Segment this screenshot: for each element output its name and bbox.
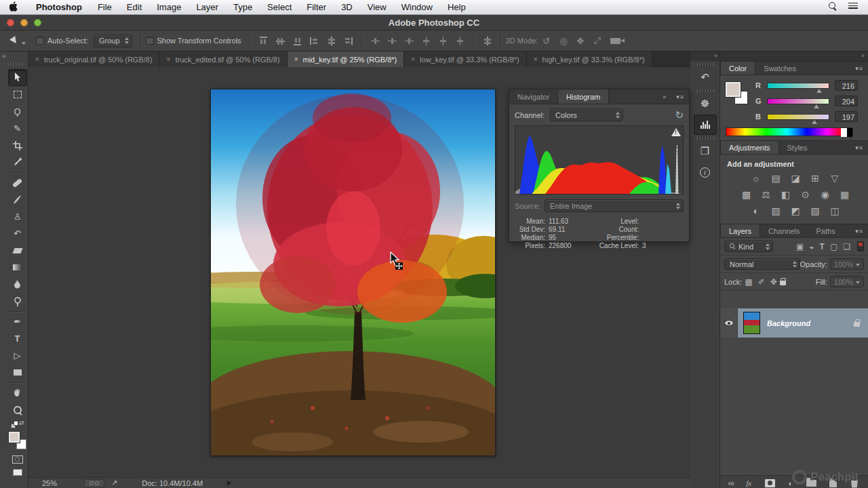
gradient-map-icon[interactable]: ▧ <box>808 205 822 216</box>
navigator-panel-icon[interactable]: ☸ <box>694 94 717 114</box>
layer-row-background[interactable]: Background <box>720 308 868 338</box>
brightness-contrast-icon[interactable]: ☼ <box>749 172 763 184</box>
refresh-histogram-icon[interactable]: ↻ <box>675 109 684 121</box>
foreground-color-swatch[interactable] <box>9 432 20 443</box>
source-dropdown[interactable]: Entire Image <box>545 199 684 212</box>
link-layers-icon[interactable]: ∞ <box>728 479 733 488</box>
align-top-edges-icon[interactable] <box>259 37 268 45</box>
tab-paths[interactable]: Paths <box>808 224 844 237</box>
menu-image[interactable]: Image <box>149 2 189 12</box>
filter-type-layers-icon[interactable]: T <box>820 242 825 251</box>
menu-photoshop[interactable]: Photoshop <box>28 2 90 12</box>
apple-logo-icon[interactable] <box>9 1 18 14</box>
screen-mode-button[interactable] <box>8 468 27 477</box>
eraser-tool[interactable] <box>8 242 27 259</box>
foreground-color-swatch[interactable] <box>726 82 741 97</box>
close-tab-icon[interactable]: × <box>294 56 298 63</box>
color-panel-menu-icon[interactable]: ▾≡ <box>850 62 868 75</box>
mini-bridge-button[interactable] <box>84 479 104 487</box>
menu-help[interactable]: Help <box>440 2 473 12</box>
channel-dropdown[interactable]: Colors <box>550 108 623 121</box>
shape-tool[interactable] <box>8 364 27 381</box>
green-value-field[interactable]: 204 <box>835 96 858 106</box>
color-balance-icon[interactable]: ⚖ <box>760 188 773 200</box>
clone-stamp-tool[interactable]: ♙ <box>8 208 27 225</box>
blend-mode-dropdown[interactable]: Normal <box>724 258 800 270</box>
posterize-icon[interactable]: ▨ <box>769 205 783 216</box>
red-value-field[interactable]: 216 <box>835 80 858 91</box>
close-tab-icon[interactable]: × <box>167 56 171 63</box>
move-tool[interactable] <box>8 69 27 86</box>
histogram-panel-icon[interactable] <box>694 115 717 135</box>
layer-thumbnail[interactable] <box>743 312 760 334</box>
brush-tool[interactable] <box>8 191 27 208</box>
tab-navigator[interactable]: Navigator <box>509 89 557 104</box>
distribute-horizontal-centers-icon[interactable] <box>439 37 448 45</box>
tab-swatches[interactable]: Swatches <box>755 62 804 75</box>
tab-truck-edited[interactable]: × truck_edited.tif @ 50% (RGB/8) <box>160 52 288 67</box>
tab-layers[interactable]: Layers <box>720 224 760 237</box>
lock-all-icon[interactable] <box>780 281 786 285</box>
status-options-arrow[interactable] <box>227 481 231 486</box>
selective-color-icon[interactable]: ◫ <box>828 205 842 216</box>
spotlight-search-icon[interactable] <box>829 2 839 12</box>
threshold-icon[interactable]: ◩ <box>789 205 802 216</box>
menu-edit[interactable]: Edit <box>119 2 149 12</box>
filter-smart-objects-icon[interactable]: ❏ <box>843 242 850 251</box>
tab-color[interactable]: Color <box>720 62 755 75</box>
show-transform-controls-checkbox[interactable] <box>146 37 154 45</box>
lasso-tool[interactable]: Ϙ <box>8 103 27 120</box>
close-tab-icon[interactable]: × <box>534 56 538 63</box>
curves-icon[interactable]: ◪ <box>789 172 802 184</box>
adjustments-panel-menu-icon[interactable]: ▾≡ <box>850 141 868 154</box>
lock-transparency-icon[interactable]: ▦ <box>745 277 752 287</box>
filter-shape-layers-icon[interactable]: ▢ <box>830 242 837 251</box>
green-slider[interactable] <box>767 98 829 104</box>
menu-window[interactable]: Window <box>394 2 440 12</box>
align-left-edges-icon[interactable] <box>310 37 319 45</box>
distribute-top-edges-icon[interactable] <box>371 37 380 45</box>
blue-slider[interactable] <box>767 114 829 120</box>
expand-dock-icon[interactable]: » <box>720 52 868 61</box>
align-bottom-edges-icon[interactable] <box>293 37 302 45</box>
hue-saturation-icon[interactable]: ▩ <box>740 188 753 200</box>
zoom-tool[interactable] <box>8 401 27 418</box>
collapse-panel-icon[interactable]: » <box>658 89 671 104</box>
panel-menu-icon[interactable]: ▾≡ <box>671 89 689 104</box>
tab-mid-key[interactable]: × mid_key.tif @ 25% (RGB/8*) <box>288 52 405 67</box>
3d-pan-icon[interactable]: ✥ <box>577 36 585 46</box>
pen-tool[interactable]: ✒ <box>8 313 27 330</box>
eyedropper-tool[interactable] <box>8 154 27 171</box>
cached-data-warning-icon[interactable] <box>671 128 681 136</box>
layers-panel-menu-icon[interactable]: ▾≡ <box>850 224 868 237</box>
color-lookup-icon[interactable]: ▦ <box>838 188 852 200</box>
black-white-icon[interactable]: ◧ <box>779 188 793 200</box>
blur-tool[interactable] <box>8 276 27 293</box>
distribute-spacing-icon[interactable] <box>483 37 492 45</box>
notification-center-icon[interactable] <box>848 2 859 12</box>
align-horizontal-centers-icon[interactable] <box>327 37 336 45</box>
document-canvas[interactable] <box>210 89 496 456</box>
3d-roll-icon[interactable]: ◎ <box>559 36 567 46</box>
zoom-level-field[interactable]: 25% <box>42 479 69 487</box>
lock-position-icon[interactable]: ✥ <box>770 277 777 287</box>
align-right-edges-icon[interactable] <box>344 37 353 45</box>
filter-pixel-layers-icon[interactable]: ▣ <box>796 242 804 251</box>
channel-mixer-icon[interactable]: ◉ <box>818 188 832 200</box>
crop-tool[interactable] <box>8 137 27 154</box>
red-slider[interactable] <box>767 83 829 89</box>
quick-mask-button[interactable] <box>8 451 27 468</box>
vibrance-icon[interactable]: ▽ <box>828 172 842 184</box>
menu-select[interactable]: Select <box>260 2 299 12</box>
distribute-left-edges-icon[interactable] <box>422 37 431 45</box>
expand-tools-icon[interactable]: » <box>2 52 6 60</box>
info-panel-icon[interactable]: i <box>694 162 717 182</box>
menu-view[interactable]: View <box>360 2 394 12</box>
levels-icon[interactable]: ▤ <box>769 172 783 184</box>
share-icon[interactable]: ↗ <box>111 479 117 487</box>
3d-panel-icon[interactable]: ❒ <box>694 141 717 161</box>
quick-selection-tool[interactable]: ✎ <box>8 120 27 137</box>
dodge-tool[interactable] <box>8 293 27 310</box>
menu-file[interactable]: File <box>90 2 119 12</box>
path-selection-tool[interactable]: ▷ <box>8 347 27 364</box>
